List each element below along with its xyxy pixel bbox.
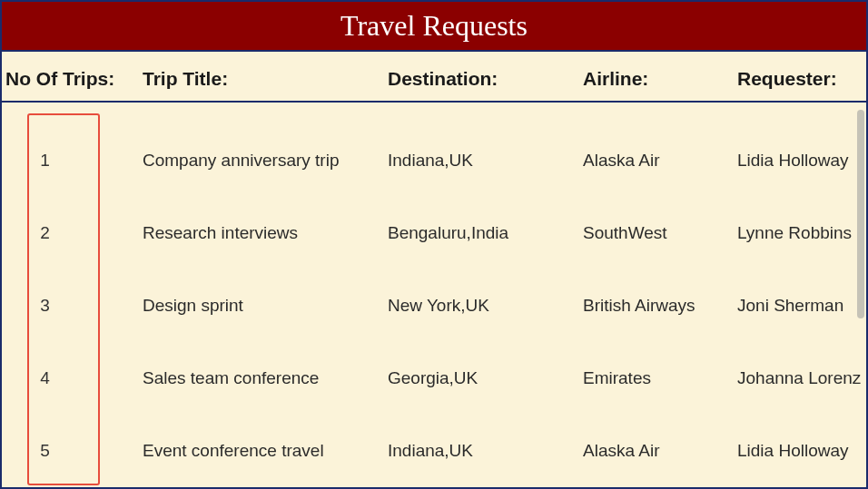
cell-req: Johanna Lorenz (737, 368, 866, 388)
header-destination: Destination: (388, 68, 583, 90)
cell-air: Emirates (583, 368, 737, 388)
cell-title: Design sprint (143, 296, 388, 316)
table-header-row: No Of Trips: Trip Title: Destination: Ai… (2, 52, 866, 103)
cell-air: SouthWest (583, 223, 737, 243)
table-row[interactable]: 3 Design sprint New York,UK British Airw… (2, 269, 866, 342)
cell-air: British Airways (583, 296, 737, 316)
cell-title: Research interviews (143, 223, 388, 243)
cell-no: 5 (2, 441, 143, 461)
cell-dest: Georgia,UK (388, 368, 583, 388)
header-trip-title: Trip Title: (143, 68, 388, 90)
header-no-of-trips: No Of Trips: (2, 68, 143, 90)
table-row[interactable]: 4 Sales team conference Georgia,UK Emira… (2, 342, 866, 415)
cell-no: 2 (2, 223, 143, 243)
cell-no: 1 (2, 151, 143, 171)
cell-dest: Indiana,UK (388, 441, 583, 461)
cell-req: Lidia Holloway (737, 441, 866, 461)
header-requester: Requester: (737, 68, 866, 90)
table-row[interactable]: 5 Event conference travel Indiana,UK Ala… (2, 415, 866, 487)
cell-req: Joni Sherman (737, 296, 866, 316)
header-airline: Airline: (583, 68, 737, 90)
cell-req: Lidia Holloway (737, 151, 866, 171)
cell-title: Event conference travel (143, 441, 388, 461)
rows-container: 1 Company anniversary trip Indiana,UK Al… (2, 103, 866, 487)
cell-air: Alaska Air (583, 151, 737, 171)
cell-req: Lynne Robbins (737, 223, 866, 243)
cell-title: Company anniversary trip (143, 151, 388, 171)
cell-no: 4 (2, 368, 143, 388)
cell-dest: Indiana,UK (388, 151, 583, 171)
cell-dest: New York,UK (388, 296, 583, 316)
table-body: 1 Company anniversary trip Indiana,UK Al… (2, 103, 866, 487)
cell-no: 3 (2, 296, 143, 316)
cell-dest: Bengaluru,India (388, 223, 583, 243)
table-row[interactable]: 2 Research interviews Bengaluru,India So… (2, 197, 866, 269)
cell-title: Sales team conference (143, 368, 388, 388)
vertical-scrollbar[interactable] (857, 110, 864, 318)
table-row[interactable]: 1 Company anniversary trip Indiana,UK Al… (2, 124, 866, 197)
travel-requests-panel: Travel Requests No Of Trips: Trip Title:… (0, 0, 868, 489)
page-title: Travel Requests (2, 2, 866, 52)
cell-air: Alaska Air (583, 441, 737, 461)
